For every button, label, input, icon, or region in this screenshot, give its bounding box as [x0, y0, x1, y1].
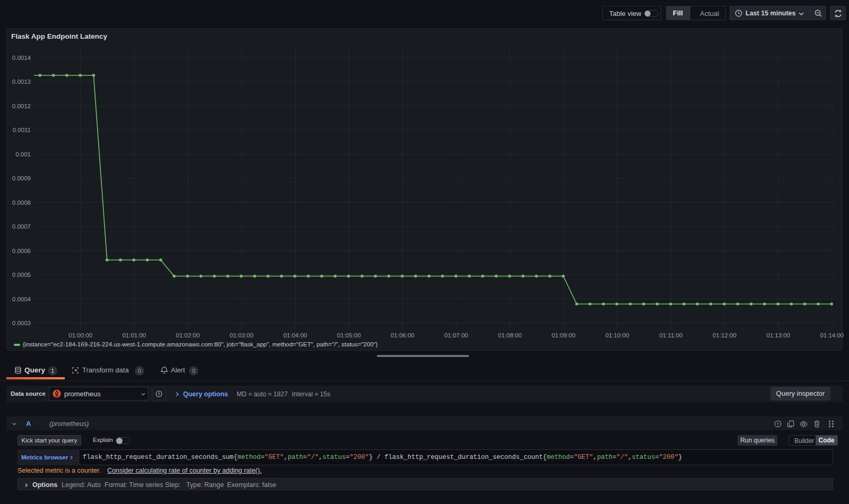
svg-text:0.0003: 0.0003 [12, 320, 31, 326]
svg-text:0.0008: 0.0008 [12, 199, 31, 206]
svg-text:0.0011: 0.0011 [13, 127, 31, 133]
svg-text:?: ? [777, 422, 779, 427]
svg-text:01:12:00: 01:12:00 [713, 332, 737, 338]
svg-text:01:11:00: 01:11:00 [659, 332, 682, 338]
svg-text:01:14:00: 01:14:00 [820, 332, 844, 338]
svg-text:0.0009: 0.0009 [12, 175, 31, 181]
svg-text:0.0014: 0.0014 [12, 55, 31, 61]
svg-text:0.0007: 0.0007 [12, 223, 31, 230]
svg-text:0.0005: 0.0005 [12, 272, 31, 278]
svg-text:01:07:00: 01:07:00 [444, 332, 468, 338]
svg-text:01:04:00: 01:04:00 [283, 332, 307, 338]
svg-text:0.0012: 0.0012 [12, 103, 31, 109]
svg-text:01:06:00: 01:06:00 [391, 332, 414, 338]
svg-text:0.0004: 0.0004 [12, 296, 31, 302]
svg-text:01:03:00: 01:03:00 [230, 332, 254, 338]
svg-text:01:05:00: 01:05:00 [337, 332, 361, 338]
svg-text:0.0006: 0.0006 [12, 248, 31, 254]
svg-text:01:01:00: 01:01:00 [122, 332, 146, 338]
svg-text:01:00:00: 01:00:00 [68, 332, 92, 338]
svg-text:0.0013: 0.0013 [12, 79, 31, 85]
svg-text:01:02:00: 01:02:00 [176, 332, 200, 338]
svg-text:01:13:00: 01:13:00 [766, 332, 790, 338]
svg-text:01:10:00: 01:10:00 [605, 332, 629, 338]
svg-text:?: ? [158, 392, 160, 396]
svg-text:01:09:00: 01:09:00 [552, 332, 576, 338]
svg-text:0.001: 0.001 [15, 151, 31, 158]
svg-text:01:08:00: 01:08:00 [498, 332, 522, 338]
